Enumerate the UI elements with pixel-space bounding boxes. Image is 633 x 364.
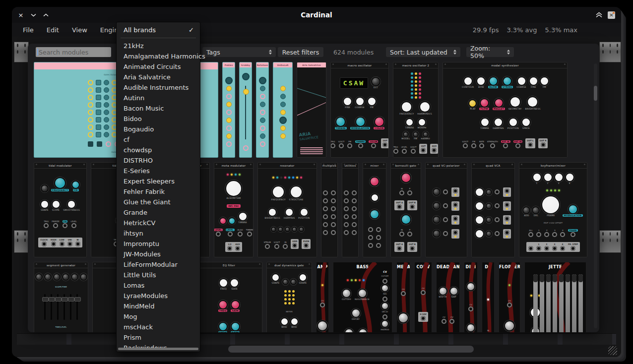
module-card[interactable]: DCIN <box>482 262 495 332</box>
slider-handle[interactable] <box>49 297 55 302</box>
brand-menu-item[interactable]: Amalgamated Harmonics <box>117 51 200 61</box>
module-card[interactable]: Rotatoes <box>256 62 269 158</box>
brand-menu-item[interactable]: Little Utils <box>117 270 200 280</box>
brand-menu-item[interactable]: LifeFormModular <box>117 259 200 270</box>
brand-menu-item[interactable]: mscHack <box>117 322 200 332</box>
brand-menu-item[interactable]: Bacon Music <box>117 103 200 114</box>
slider[interactable] <box>57 294 59 320</box>
slider-column[interactable] <box>540 274 544 332</box>
brand-menu-item[interactable]: Audible Instruments <box>117 82 200 93</box>
module-card[interactable]: AMPCVIN <box>316 262 329 332</box>
slider-column[interactable] <box>578 274 583 332</box>
slider-column[interactable] <box>553 274 557 332</box>
module-card[interactable]: keyframer/mixer1234ADDDELFRAMEMODULATION… <box>519 162 587 257</box>
brand-menu-item-all-brands[interactable]: All brands ✓ <box>117 24 200 35</box>
module-card[interactable]: JETTE1V/OCT <box>524 262 586 332</box>
module-card[interactable]: BASSCUTOFFRESONANCEDECAYENVMODACCENTACCE… <box>333 262 392 332</box>
module-card[interactable]: quad VC-polarizer <box>425 162 467 257</box>
module-card[interactable]: Grabby <box>239 62 252 158</box>
module-card[interactable]: dual dynamics gateSHAPESHAPEMETERMODMODL… <box>266 262 312 332</box>
module-card[interactable]: tidal modulatorFREQUENCYFMSHAPESLOPESMOO… <box>34 162 87 257</box>
brand-menu-item[interactable]: Mog <box>117 311 200 322</box>
module-card[interactable]: macro oscillatorCSAWEXTFINECOARSEFMTIMBR… <box>330 62 389 158</box>
brand-menu-item[interactable]: Lomas <box>117 280 200 291</box>
module-card[interactable]: UnDuLaR <box>273 62 293 158</box>
menu-item-view[interactable]: View <box>72 26 87 34</box>
module-card[interactable]: EQ filterFREQGAINFREQGAINFREQGAINHPBPLP <box>195 262 262 332</box>
module-card[interactable]: segment generatorSHAPE/TIMETIME/LEVELGAT… <box>34 262 88 332</box>
brand-menu-item[interactable]: Autinn <box>117 93 200 103</box>
module-card[interactable]: quad VCA <box>471 162 515 257</box>
brand-menu-item[interactable]: Prism <box>117 332 200 343</box>
module-card[interactable]: DEADBANDWIDTHGAPCVCV <box>436 262 460 332</box>
brand-menu-item[interactable]: ihtsyn <box>117 228 200 239</box>
brand-menu-item[interactable]: HetrickCV <box>117 218 200 228</box>
maximize-icon[interactable] <box>42 11 50 19</box>
module-card[interactable]: Pokies <box>222 62 235 158</box>
brand-menu-item[interactable]: Glue the Giant <box>117 197 200 207</box>
vertical-scrollbar[interactable] <box>594 63 597 328</box>
slider[interactable] <box>70 294 71 320</box>
slider-column[interactable] <box>566 274 570 332</box>
module-card[interactable]: utilities <box>342 162 359 257</box>
module-card[interactable]: bernoulli gateINPOUT AOUT BINPOUT AOUT B <box>390 162 421 257</box>
menu-item-file[interactable]: File <box>23 26 34 34</box>
slider-handle[interactable] <box>42 297 49 302</box>
module-card[interactable]: FLOPPERCVIN <box>499 262 520 332</box>
module-card[interactable]: modal synthesizerCONTOURBOWBLOWSTRIKECOA… <box>443 62 568 158</box>
brand-menu-item[interactable]: Grande <box>117 207 200 218</box>
brand-menu-item[interactable]: LyraeModules <box>117 291 200 301</box>
resize-grip[interactable] <box>608 346 617 355</box>
slider-handle[interactable] <box>55 297 62 302</box>
slider[interactable] <box>76 294 78 320</box>
module-card[interactable]: DIGICVANALOG <box>464 262 478 332</box>
minimize-icon[interactable] <box>29 11 37 19</box>
brand-menu-item[interactable]: Fehler Fabrik <box>117 186 200 197</box>
app-icon[interactable]: ✕ <box>608 11 615 19</box>
brand-menu-item[interactable]: Impromptu <box>117 239 200 249</box>
module-card[interactable]: meta modulatorALGORITHMINT. OSCTIMBRELEV… <box>214 162 253 257</box>
brand-menu-item[interactable]: E-Series <box>117 166 200 176</box>
module-card[interactable]: multiples <box>321 162 338 257</box>
sort-select[interactable]: Sort: Last updated <box>386 47 460 57</box>
brand-menu-item[interactable]: 21kHz <box>117 41 200 51</box>
slider[interactable] <box>44 294 46 320</box>
brand-menu-item[interactable]: Aria Salvatrice <box>117 72 200 82</box>
menu-item-edit[interactable]: Edit <box>47 26 59 34</box>
vertical-scrollbar-thumb[interactable] <box>594 86 597 101</box>
slider-column[interactable] <box>559 274 564 332</box>
module-card[interactable]: resonatorFREQUENCYSTRUCTUREBRIGHTNESSDAM… <box>257 162 317 257</box>
reset-filters-button[interactable]: Reset filters <box>278 47 323 57</box>
module-card[interactable]: mixer <box>363 162 386 257</box>
brand-menu-item[interactable]: Animated Circuits <box>117 61 200 72</box>
slider-handle[interactable] <box>68 297 74 302</box>
zoom-select[interactable]: Zoom: 50% <box>466 47 514 57</box>
slider-column[interactable] <box>533 274 538 332</box>
brand-menu-item[interactable]: Expert Sleepers <box>117 176 200 186</box>
brand-menu-item[interactable]: Bidoo <box>117 114 200 124</box>
brand-menu-item[interactable]: JW-Modules <box>117 249 200 259</box>
module-card[interactable]: CONVCV0-10V0-10V <box>414 262 432 332</box>
slider-column[interactable] <box>546 274 551 332</box>
brand-menu-item[interactable]: Bogaudio <box>117 124 200 134</box>
brand-menu-item[interactable]: chowdsp <box>117 145 200 155</box>
slider-handle[interactable] <box>243 89 249 95</box>
module-card[interactable]: macro oscillator 2FREQUENCYHARMONICSTIMB… <box>393 62 439 158</box>
slider-column[interactable] <box>572 274 576 332</box>
close-window-icon[interactable]: × <box>17 11 25 19</box>
slider-handle[interactable] <box>74 297 81 302</box>
brand-menu-item[interactable]: DISTRHO <box>117 155 200 166</box>
module-card[interactable]: MERACVPRE <box>396 262 410 332</box>
tags-select[interactable]: Tags <box>202 47 276 57</box>
collapse-icon[interactable] <box>595 11 603 19</box>
search-input[interactable]: Search modules <box>36 47 111 57</box>
horizontal-scrollbar[interactable] <box>228 346 474 353</box>
module-card[interactable]: Aria SalvatriceARiASALVATRiCE <box>297 62 326 158</box>
brand-menu-item[interactable]: MindMeld <box>117 301 200 311</box>
slider[interactable] <box>51 294 52 320</box>
slider[interactable] <box>63 294 65 320</box>
slider-handle[interactable] <box>62 297 68 302</box>
brand-menu-scrollbar[interactable] <box>118 348 198 350</box>
brand-menu-item[interactable]: cf <box>117 134 200 145</box>
vertical-slider[interactable] <box>245 86 246 139</box>
